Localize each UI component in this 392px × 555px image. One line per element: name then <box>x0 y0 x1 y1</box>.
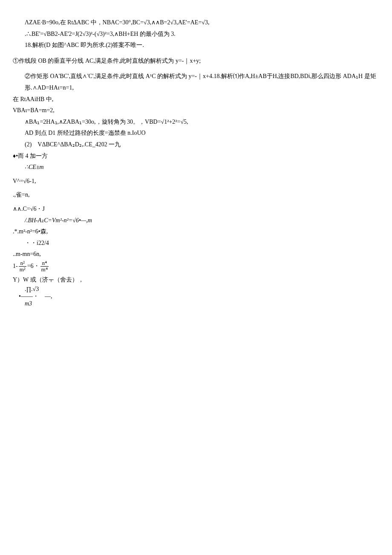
line-22-mid: •——・ —, <box>19 293 379 300</box>
fraction-lhs-den: m² <box>19 267 26 273</box>
line-17: .*.m²-n²=6•森, <box>13 226 379 238</box>
line-22-stack: .∏.√3 •——・ —, m3 <box>13 286 379 307</box>
line-10: (2) VΔBCE^ΔBA₂D₂,.CE_4202 一九 <box>13 139 379 151</box>
line-20-equation: 1- n² m² =6・ n⁴ m⁴ <box>13 260 379 273</box>
line-8: ∧BA₁=2HA₁,∧ZABA₁=30o,，旋转角为 30。，VBD=√1²+2… <box>13 116 379 128</box>
fraction-lhs: n² m² <box>19 260 26 273</box>
eq-prefix: 1- <box>13 261 18 272</box>
line-4: ①作线段 OB 的垂直平分线 AC,满足条件,此时直线的解析式为 y=-｜x+y… <box>13 55 379 67</box>
line-12: ∴CE±m <box>13 162 379 173</box>
line-13: V^=√6-1, <box>13 176 379 187</box>
line-22-bot: m3 <box>25 300 379 308</box>
line-16: /.BH-A₁C=Vm²-n²=√6•—,m <box>13 215 379 227</box>
line-3: 18.解析(D 如图^ABC 即为所求.(2)答案不唯一. <box>13 40 379 51</box>
line-11: ♦•而 4 加一方 <box>13 151 379 162</box>
line-15: ∧∧.C=√6・J <box>13 203 379 215</box>
line-7: VBAι=BA=m=2, <box>13 105 379 116</box>
line-18: ・・i22/4 <box>13 238 379 249</box>
line-14: .,雀=n, <box>13 189 379 201</box>
line-5: ②作矩形 OA'BC',直线∧'C',满足条件,此时直线 A¹C 的解析式为 y… <box>13 71 379 93</box>
line-1: ΛZAE·B=90o,在 RtΔABC 中，NBAC=30°,BC=√3,∧∧B… <box>13 17 379 29</box>
fraction-lhs-num: n² <box>19 260 26 267</box>
fraction-rhs-num: n⁴ <box>40 260 49 267</box>
line-19: ..m-mn=6n, <box>13 249 379 260</box>
fraction-rhs-den: m⁴ <box>40 267 49 273</box>
line-22-top: .∏.√3 <box>25 286 379 293</box>
fraction-rhs: n⁴ m⁴ <box>40 260 49 273</box>
line-6: 在 RtAAiHB 中, <box>13 94 379 105</box>
eq-mid: =6・ <box>27 261 40 272</box>
line-21: Y）W 或（济ㅜ（舍去）， <box>13 274 379 286</box>
line-9: AD 到点 D1 所经过路径的长度=迤禁叁 n.IoUO <box>13 128 379 139</box>
line-2: .∴.BE'=√BB2-AE'2=J(2√3)²-(√3)²=3,∧BH+EH … <box>13 29 379 40</box>
